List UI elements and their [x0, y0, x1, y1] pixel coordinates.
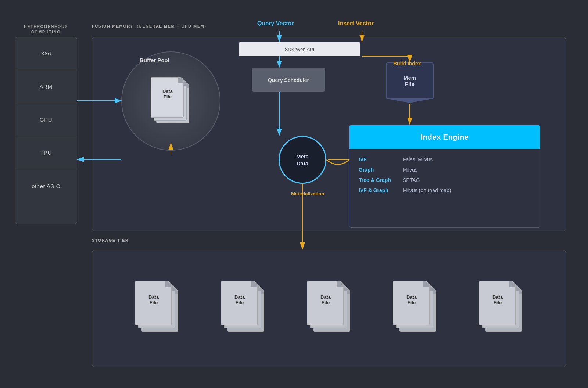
mem-file-box: Mem File	[386, 62, 434, 99]
buffer-pool-label: Buffer Pool	[140, 57, 169, 63]
storage-file-3: Data File	[307, 281, 351, 336]
s-file-text-1: Data File	[135, 294, 172, 305]
index-row-ivf-graph: IVF & Graph Milvus (on road map)	[359, 187, 531, 193]
storage-file-5: Data File	[479, 281, 523, 336]
s-file-text-4: Data File	[393, 294, 430, 305]
buffer-pool-data-file-stack: Data File	[151, 77, 191, 125]
buffer-pool-circle: Data File	[121, 51, 220, 151]
index-row-ivf: IVF Faiss, Milvus	[359, 157, 531, 162]
diagram-container: HETEROGENEOUS COMPUTING X86 ARM GPU TPU …	[0, 0, 588, 388]
insert-vector-label: Insert Vector	[338, 20, 374, 27]
compute-x86: X86	[15, 37, 77, 70]
fusion-title: FUSION MEMORY (GENERAL MEM + GPU MEM)	[92, 24, 206, 28]
storage-file-4: Data File	[393, 281, 437, 336]
compute-tpu: TPU	[15, 136, 77, 169]
index-row-graph: Graph Milvus	[359, 167, 531, 173]
index-engine-content: IVF Faiss, Milvus Graph Milvus Tree & Gr…	[349, 149, 540, 205]
s-page-1c: Data File	[135, 281, 172, 325]
materialization-label: Materialization	[291, 191, 324, 197]
left-panel: X86 ARM GPU TPU other ASIC	[15, 37, 77, 224]
s-page-3c: Data File	[307, 281, 344, 325]
s-file-text-3: Data File	[307, 294, 344, 305]
query-vector-label: Query Vector	[257, 20, 294, 27]
s-file-text-2: Data File	[221, 294, 258, 305]
s-page-4c: Data File	[393, 281, 430, 325]
left-panel-title: HETEROGENEOUS COMPUTING	[15, 24, 77, 35]
compute-gpu: GPU	[15, 103, 77, 136]
index-engine-header: Index Engine	[349, 125, 540, 149]
storage-tier-title: STORAGE TIER	[92, 238, 129, 242]
sdk-bar: SDK/Web API	[239, 42, 360, 56]
index-row-tree-graph: Tree & Graph SPTAG	[359, 177, 531, 183]
data-file-text: Data File	[151, 89, 184, 100]
index-engine-box: Index Engine IVF Faiss, Milvus Graph Mil…	[349, 125, 540, 228]
build-index-label: Build Index	[393, 61, 421, 67]
s-file-text-5: Data File	[479, 294, 516, 305]
s-page-2c: Data File	[221, 281, 258, 325]
compute-arm: ARM	[15, 70, 77, 103]
storage-file-2: Data File	[221, 281, 265, 336]
s-page-5c: Data File	[479, 281, 516, 325]
storage-files-container: Data File Data File Data File	[92, 250, 566, 367]
query-scheduler-box: Query Scheduler	[252, 68, 325, 92]
compute-other-asic: other ASIC	[15, 169, 77, 202]
storage-file-1: Data File	[135, 281, 179, 336]
meta-data-circle: Meta Data	[279, 136, 326, 184]
data-file-page-3: Data File	[151, 77, 184, 118]
